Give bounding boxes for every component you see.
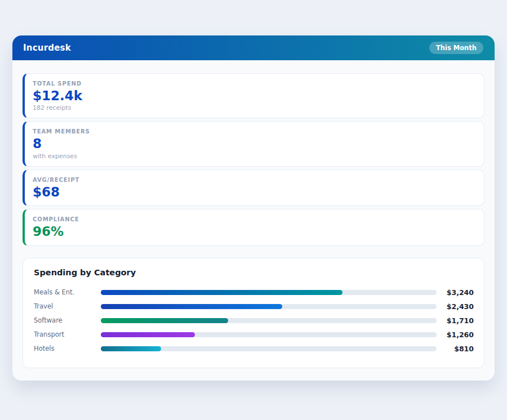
dashboard-panel: Incurdesk This Month TOTAL SPEND $12.4k …	[12, 35, 495, 381]
category-label: Transport	[33, 330, 101, 338]
bar-fill	[101, 304, 282, 309]
chart-row: Travel $2,430	[33, 300, 474, 314]
amount-label: $810	[437, 345, 474, 353]
category-label: Travel	[33, 302, 101, 310]
chart-row: Software $1,710	[33, 314, 474, 328]
bar-fill	[101, 332, 195, 337]
bar-fill	[101, 318, 228, 323]
bar-track	[101, 290, 437, 295]
stat-subtitle: 182 receipts	[33, 104, 475, 111]
chart-row: Hotels $810	[33, 342, 474, 356]
category-label: Software	[33, 316, 101, 324]
stat-label: AVG/RECEIPT	[33, 177, 475, 183]
chart-title: Spending by Category	[34, 268, 474, 277]
bar-track	[101, 346, 437, 351]
category-label: Hotels	[33, 345, 101, 352]
stat-card: AVG/RECEIPT $68	[23, 169, 484, 206]
stat-value: $68	[33, 185, 475, 199]
category-label: Meals & Ent.	[33, 288, 101, 296]
panel-content: TOTAL SPEND $12.4k 182 receipts TEAM MEM…	[12, 60, 495, 381]
amount-label: $2,430	[437, 302, 474, 311]
stat-value: 96%	[33, 224, 475, 239]
bar-fill	[101, 290, 343, 295]
stat-value: $12.4k	[33, 88, 475, 103]
app-header: Incurdesk This Month	[12, 35, 495, 60]
app-title: Incurdesk	[23, 43, 71, 53]
stat-subtitle: with expenses	[33, 153, 475, 160]
bar-track	[101, 318, 437, 323]
amount-label: $1,710	[437, 316, 474, 325]
chart-rows: Meals & Ent. $3,240 Travel $2,430 Softwa…	[33, 285, 474, 356]
stat-label: TOTAL SPEND	[33, 81, 475, 87]
chart-row: Meals & Ent. $3,240	[33, 285, 474, 300]
stat-card: COMPLIANCE 96%	[23, 209, 484, 245]
period-badge[interactable]: This Month	[429, 42, 483, 54]
bar-track	[101, 332, 437, 337]
stat-card: TOTAL SPEND $12.4k 182 receipts	[23, 73, 484, 118]
amount-label: $1,260	[437, 330, 474, 339]
chart-row: Transport $1,260	[33, 328, 474, 342]
stat-value: 8	[33, 136, 475, 151]
stat-label: TEAM MEMBERS	[33, 128, 475, 135]
amount-label: $3,240	[437, 288, 474, 297]
stat-card: TEAM MEMBERS 8 with expenses	[23, 121, 484, 166]
spending-chart-card: Spending by Category Meals & Ent. $3,240…	[23, 258, 484, 368]
bar-fill	[101, 346, 161, 351]
stats-list: TOTAL SPEND $12.4k 182 receipts TEAM MEM…	[23, 73, 484, 246]
bar-track	[101, 304, 437, 309]
stat-label: COMPLIANCE	[33, 216, 475, 222]
